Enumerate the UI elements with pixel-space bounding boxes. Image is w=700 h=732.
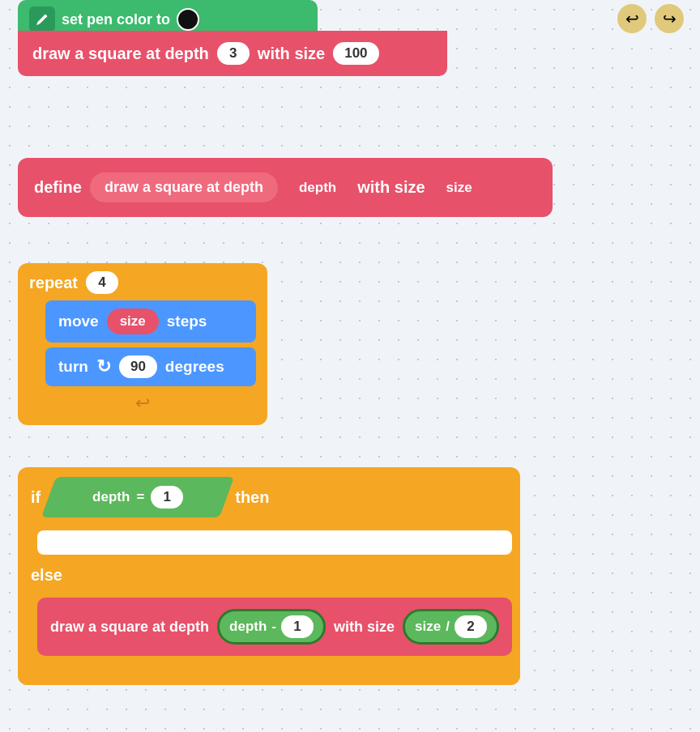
- define-block[interactable]: define draw a square at depth depth with…: [18, 158, 553, 217]
- top-depth-value[interactable]: 3: [217, 42, 250, 65]
- repeat-body: move size steps turn ↻ 90 degrees: [45, 300, 256, 386]
- define-depth-param[interactable]: depth: [286, 175, 349, 201]
- size-var2: size: [415, 619, 441, 635]
- repeat-arrow-icon: ↩: [29, 393, 256, 414]
- condition-value[interactable]: 1: [151, 486, 183, 509]
- redo-icon[interactable]: ↪: [655, 4, 684, 33]
- move-block[interactable]: move size steps: [45, 300, 256, 343]
- pen-icon: [29, 6, 55, 32]
- turn-block[interactable]: turn ↻ 90 degrees: [45, 347, 256, 386]
- define-label: define: [34, 178, 82, 197]
- define-with-size-label: with size: [357, 178, 425, 197]
- turn-label: turn: [58, 358, 88, 376]
- move-size-var[interactable]: size: [107, 309, 159, 334]
- color-dot[interactable]: [177, 8, 199, 31]
- repeat-section: repeat 4 move size steps turn ↻ 90 degre…: [18, 263, 267, 425]
- move-label: move: [58, 313, 99, 330]
- else-body: draw a square at depth depth - 1 with si…: [18, 593, 520, 661]
- divide-value[interactable]: 2: [455, 615, 487, 638]
- minus-op: -: [271, 619, 276, 635]
- repeat-block: repeat 4 move size steps turn ↻ 90 degre…: [18, 263, 267, 425]
- if-label: if: [31, 488, 41, 507]
- size-divide-op: size / 2: [403, 609, 499, 645]
- pen-color-label: set pen color to: [62, 11, 170, 28]
- toolbar-icons: ↩ ↪: [617, 4, 684, 33]
- depth-var2: depth: [229, 619, 267, 635]
- condition-equals: =: [136, 489, 144, 505]
- recursive-draw-block[interactable]: draw a square at depth depth - 1 with si…: [37, 598, 512, 656]
- undo-icon[interactable]: ↩: [617, 4, 647, 33]
- then-body-slot: [37, 530, 512, 555]
- repeat-label: repeat: [29, 274, 78, 292]
- top-draw-block-wrapper: draw a square at depth 3 with size 100: [18, 31, 447, 76]
- steps-label: steps: [167, 313, 207, 330]
- turn-degrees-value[interactable]: 90: [119, 355, 157, 378]
- else-label: else: [18, 558, 520, 593]
- recursive-draw-label: draw a square at depth: [50, 619, 209, 636]
- define-size-param[interactable]: size: [433, 175, 485, 201]
- define-section: define draw a square at depth depth with…: [18, 158, 553, 217]
- minus-value[interactable]: 1: [281, 615, 314, 638]
- if-block-bottom: [18, 661, 520, 685]
- degrees-label: degrees: [165, 358, 224, 376]
- top-size-value[interactable]: 100: [333, 42, 378, 65]
- if-header: if depth = 1 then: [18, 467, 520, 527]
- repeat-header: repeat 4: [29, 271, 256, 294]
- if-block: if depth = 1 then else draw a square at …: [18, 467, 520, 685]
- define-func-name: draw a square at depth: [90, 172, 278, 202]
- condition-depth-var: depth: [92, 489, 130, 505]
- if-section: if depth = 1 then else draw a square at …: [18, 467, 520, 685]
- top-draw-label: draw a square at depth: [32, 45, 209, 63]
- repeat-count[interactable]: 4: [86, 271, 118, 294]
- top-with-size-label: with size: [258, 45, 325, 63]
- recursive-with-size-label: with size: [334, 619, 395, 636]
- divide-op: /: [446, 619, 450, 635]
- depth-minus-op: depth - 1: [217, 609, 326, 645]
- turn-icon: ↻: [96, 356, 111, 377]
- top-draw-block[interactable]: draw a square at depth 3 with size 100: [18, 31, 447, 76]
- then-label: then: [235, 488, 269, 507]
